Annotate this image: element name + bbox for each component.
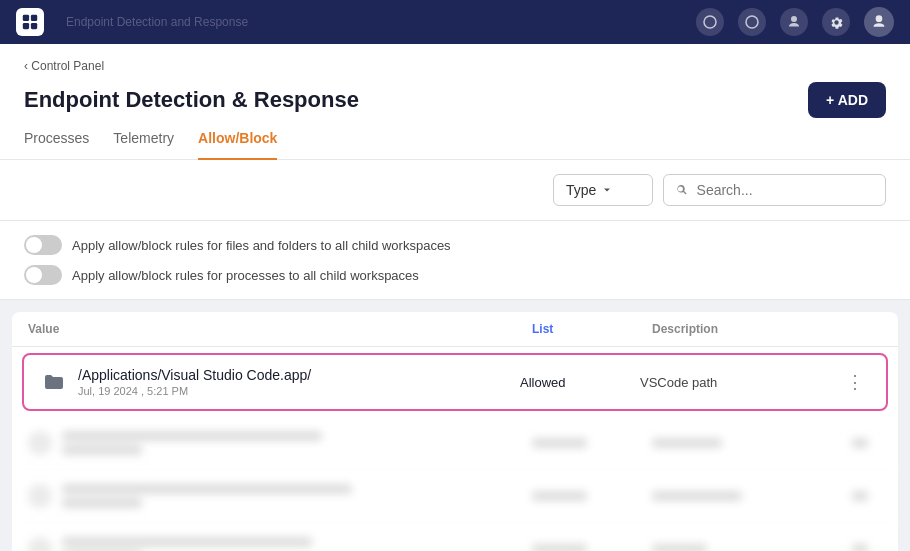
add-button[interactable]: + ADD (808, 82, 886, 118)
nav-person-icon[interactable] (780, 8, 808, 36)
search-input[interactable] (697, 182, 873, 198)
page-title: Endpoint Detection & Response (24, 87, 359, 113)
table-row (12, 523, 898, 551)
value-cell: /Applications/Visual Studio Code.app/ Ju… (40, 367, 520, 397)
breadcrumb[interactable]: Control Panel (24, 59, 104, 73)
description-cell: VSCode path (640, 375, 840, 390)
col-value: Value (28, 322, 532, 336)
toggle-processes-label: Apply allow/block rules for processes to… (72, 268, 419, 283)
col-list: List (532, 322, 652, 336)
svg-point-6 (746, 16, 758, 28)
table-container: Value List Description /Applications/Vis… (12, 312, 898, 551)
file-date: Jul, 19 2024 , 5:21 PM (78, 385, 311, 397)
value-text: /Applications/Visual Studio Code.app/ Ju… (78, 367, 311, 397)
top-nav: Endpoint Detection and Response (0, 0, 910, 44)
chevron-down-icon (602, 185, 612, 195)
toggle-files-label: Apply allow/block rules for files and fo… (72, 238, 451, 253)
folder-icon (40, 368, 68, 396)
list-badge: Allowed (520, 375, 640, 390)
type-dropdown[interactable]: Type (553, 174, 653, 206)
breadcrumb-bar: Control Panel (0, 44, 910, 74)
tabs-bar: Processes Telemetry Allow/Block (0, 118, 910, 160)
highlighted-table-row[interactable]: /Applications/Visual Studio Code.app/ Ju… (22, 353, 888, 411)
toggle-row-processes: Apply allow/block rules for processes to… (24, 265, 886, 285)
toggle-files-switch[interactable] (24, 235, 62, 255)
page-header: Endpoint Detection & Response + ADD (0, 74, 910, 118)
svg-point-5 (704, 16, 716, 28)
toggle-row-files: Apply allow/block rules for files and fo… (24, 235, 886, 255)
table-row (12, 470, 898, 523)
file-path: /Applications/Visual Studio Code.app/ (78, 367, 311, 383)
avatar-icon[interactable] (864, 7, 894, 37)
tab-allow-block[interactable]: Allow/Block (198, 118, 277, 160)
col-description: Description (652, 322, 852, 336)
gear-icon[interactable] (822, 8, 850, 36)
search-box[interactable] (663, 174, 886, 206)
topnav-app-name: Endpoint Detection and Response (66, 15, 248, 29)
more-options-button[interactable]: ⋮ (840, 371, 870, 393)
toggle-processes-switch[interactable] (24, 265, 62, 285)
nav-circle-1[interactable] (696, 8, 724, 36)
toggle-section: Apply allow/block rules for files and fo… (0, 221, 910, 300)
nav-circle-2[interactable] (738, 8, 766, 36)
topnav-icons-group (696, 7, 894, 37)
table-header: Value List Description (12, 312, 898, 347)
table-row (12, 417, 898, 470)
tab-processes[interactable]: Processes (24, 118, 89, 160)
search-icon (676, 183, 689, 197)
main-container: Control Panel Endpoint Detection & Respo… (0, 44, 910, 551)
toolbar-row: Type (0, 160, 910, 221)
tab-telemetry[interactable]: Telemetry (113, 118, 174, 160)
app-logo (16, 8, 44, 36)
